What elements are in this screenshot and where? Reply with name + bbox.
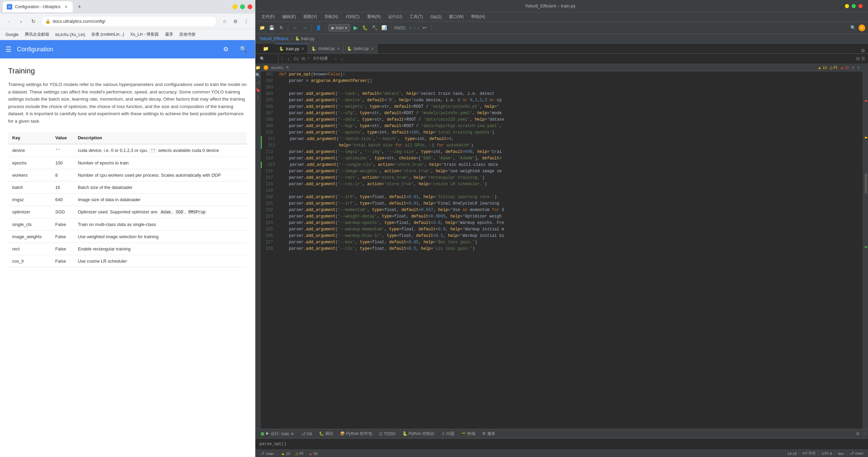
statusbar-errors[interactable]: △ 43 bbox=[293, 451, 305, 456]
bookmark-weixiang[interactable]: 葳享 bbox=[162, 31, 176, 38]
search-down-icon[interactable]: ↓ bbox=[340, 55, 345, 62]
git-push-icon[interactable]: ↑ bbox=[414, 25, 416, 30]
menu-icon[interactable]: ⋮ bbox=[241, 17, 251, 26]
refresh-button[interactable]: ↻ bbox=[29, 17, 38, 26]
bookmark-icon[interactable]: ☆ bbox=[220, 17, 229, 26]
collapse-icon[interactable]: ∨ bbox=[857, 65, 860, 70]
line-content[interactable]: help='total batch size for all GPUs, -1 … bbox=[278, 142, 863, 149]
menu-navigate[interactable]: 导航(N) bbox=[321, 13, 342, 20]
ide-minimize[interactable] bbox=[845, 4, 849, 8]
line-content[interactable]: parser.add_argument('--rect', action='st… bbox=[277, 175, 863, 181]
run-icon[interactable]: ▶ 运行: bbox=[266, 431, 280, 437]
line-content[interactable]: parser.add_argument('--warmup-momentum',… bbox=[277, 226, 863, 233]
line-content[interactable]: parser.add_argument('--box', type=float,… bbox=[277, 239, 863, 246]
tab-train-close[interactable]: ✕ bbox=[301, 47, 304, 51]
extensions-icon[interactable]: ⚙ bbox=[231, 17, 240, 26]
minimize-panel-icon[interactable]: − bbox=[863, 431, 865, 436]
forward-button[interactable]: › bbox=[16, 17, 26, 26]
line-content[interactable]: parser.add_argument('--weights', type=st… bbox=[277, 104, 863, 110]
bottom-tab-console[interactable]: 🐍 Python 控制台 bbox=[400, 430, 437, 438]
branch-selector[interactable]: ▶ train ▾ bbox=[328, 24, 350, 32]
debug-button[interactable]: 🐛 bbox=[361, 24, 369, 32]
statusbar-main-branch[interactable]: ⎇ main bbox=[848, 451, 865, 456]
bottom-tab-services[interactable]: ⚙ 服务 bbox=[480, 430, 498, 438]
ide-editor[interactable]: U isLinXu ✕ ▲ 10 △ 43 ▲ 50 ∧ ∨ 201def pa… bbox=[261, 64, 863, 429]
tab-model-py[interactable]: 🐍 model.py ✕ bbox=[308, 44, 344, 53]
line-content[interactable]: parser.add_argument('--cos-lr', action='… bbox=[277, 181, 863, 188]
line-content[interactable] bbox=[277, 188, 863, 194]
bottom-tab-packages[interactable]: 📦 Python 软件包 bbox=[337, 430, 375, 438]
bottom-tab-git[interactable]: ⎇ Git bbox=[298, 430, 315, 438]
bottom-tab-todo[interactable]: ☑ TODO bbox=[376, 430, 398, 438]
search-prev-button[interactable]: ↑ bbox=[280, 55, 285, 62]
line-content[interactable]: parser.add_argument('--momentum', type=f… bbox=[277, 207, 863, 213]
line-content[interactable]: parser.add_argument('--single-cls', acti… bbox=[278, 162, 863, 168]
bottom-tab-issues[interactable]: ⚠ 问题 bbox=[439, 430, 457, 438]
tab-train-py[interactable]: 🐍 train.py ✕ bbox=[276, 44, 308, 53]
docs-settings-icon[interactable]: ⚙ bbox=[220, 43, 232, 55]
line-content[interactable]: parser.add_argument('--device', default=… bbox=[277, 97, 863, 104]
filter-icon[interactable]: ☰ bbox=[861, 56, 865, 61]
bookmark-blog[interactable]: Xu_Lin - 博客园 bbox=[127, 31, 161, 38]
statusbar-infos[interactable]: ▲ 50 bbox=[307, 452, 320, 456]
line-content[interactable]: parser.add_argument('--cfg', type=str, d… bbox=[277, 110, 863, 117]
toolbar-undo[interactable]: ↩ bbox=[420, 24, 429, 32]
toolbar-profile[interactable]: 📊 bbox=[380, 24, 388, 32]
expand-icon[interactable]: ∧ bbox=[852, 65, 854, 70]
bookmark-github[interactable]: isLinXu (Xu_Lin) bbox=[53, 32, 88, 38]
toolbar-folder[interactable]: 📁 bbox=[258, 24, 266, 32]
menu-help[interactable]: 帮助(H) bbox=[468, 13, 488, 20]
tab-tasks-py[interactable]: 🐍 tasks.py ✕ bbox=[344, 44, 378, 53]
build-button[interactable]: 🔨 bbox=[370, 24, 379, 32]
toolbar-search[interactable]: 🔍 bbox=[849, 24, 857, 32]
address-bar[interactable]: 🔒 docs.ultralytics.com/config/ bbox=[41, 16, 217, 27]
menu-window[interactable]: 窗口(W) bbox=[446, 13, 467, 20]
bookmark-codein[interactable]: 杂查 (codeinLin...) bbox=[89, 31, 127, 38]
menu-view[interactable]: 视图(V) bbox=[300, 13, 320, 20]
toolbar-save[interactable]: 💾 bbox=[268, 24, 276, 32]
maximize-button[interactable] bbox=[240, 4, 245, 9]
new-tab-button[interactable]: + bbox=[75, 2, 84, 12]
statusbar-branch2[interactable]: dev bbox=[836, 452, 846, 456]
back-button[interactable]: ‹ bbox=[4, 17, 14, 26]
bottom-tab-terminal[interactable]: 📟 终端 bbox=[458, 430, 478, 438]
sidebar-file-icon[interactable]: 📁 bbox=[255, 65, 260, 70]
settings-icon[interactable]: ⚙ bbox=[856, 431, 860, 436]
menu-code[interactable]: 代码(C) bbox=[342, 13, 363, 20]
statusbar-warnings[interactable]: ▲ 10 bbox=[279, 452, 292, 456]
active-tab[interactable]: U Configuration - Ultralytics ✕ bbox=[3, 1, 73, 12]
bottom-tab-debug[interactable]: 🐛 调试 bbox=[316, 430, 336, 438]
toolbar-forward[interactable]: → bbox=[301, 24, 309, 32]
tab-tasks-close[interactable]: ✕ bbox=[371, 47, 374, 51]
ide-maximize[interactable] bbox=[852, 4, 856, 8]
ide-close[interactable] bbox=[858, 4, 863, 8]
tabs-settings-icon[interactable]: ⚙ bbox=[861, 48, 865, 53]
toolbar-user2[interactable]: U bbox=[858, 24, 865, 31]
line-content[interactable]: parser.add_argument('--task', default='d… bbox=[277, 91, 863, 97]
line-content[interactable]: parser.add_argument('--image-weights', a… bbox=[277, 168, 863, 175]
run-close[interactable]: ✕ bbox=[291, 432, 294, 436]
search-up-icon[interactable]: ↑ bbox=[333, 55, 339, 62]
search-next-button[interactable]: ↓ bbox=[286, 55, 291, 62]
sidebar-info-icon[interactable]: ℹ bbox=[257, 95, 259, 100]
file-tree-icon[interactable]: 📁 bbox=[263, 46, 269, 51]
line-content[interactable]: parser.add_argument('--weight-decay', ty… bbox=[277, 213, 863, 220]
search-toggle-icon[interactable]: 🔍 bbox=[258, 55, 266, 63]
line-content[interactable]: parser.add_argument('--imgsz', '--img', … bbox=[277, 149, 863, 155]
tab-close-button[interactable]: ✕ bbox=[63, 4, 69, 10]
line-content[interactable] bbox=[277, 84, 863, 91]
statusbar-git-branch[interactable]: ⎇ main bbox=[258, 451, 276, 456]
statusbar-encoding[interactable]: UTF-8 bbox=[819, 452, 834, 456]
toolbar-user[interactable]: 👤 bbox=[314, 24, 323, 32]
bookmark-google[interactable]: Google bbox=[3, 32, 21, 38]
layout-icon[interactable]: ⊟ bbox=[856, 56, 860, 61]
git-pull-icon[interactable]: ↓ bbox=[417, 25, 419, 30]
line-content[interactable]: parser.add_argument('--optimizer', type=… bbox=[277, 155, 863, 162]
menu-git[interactable]: Git(G) bbox=[427, 14, 445, 20]
line-content[interactable]: parser.add_argument('--epochs', type=int… bbox=[277, 129, 863, 136]
menu-tools[interactable]: 工具(T) bbox=[406, 13, 426, 20]
statusbar-spaces[interactable]: 4个字符 bbox=[800, 451, 818, 456]
tab-model-close[interactable]: ✕ bbox=[337, 47, 340, 51]
bookmark-others[interactable]: 其他书签 bbox=[177, 31, 198, 38]
ide-right-scrollbar[interactable] bbox=[863, 64, 868, 429]
